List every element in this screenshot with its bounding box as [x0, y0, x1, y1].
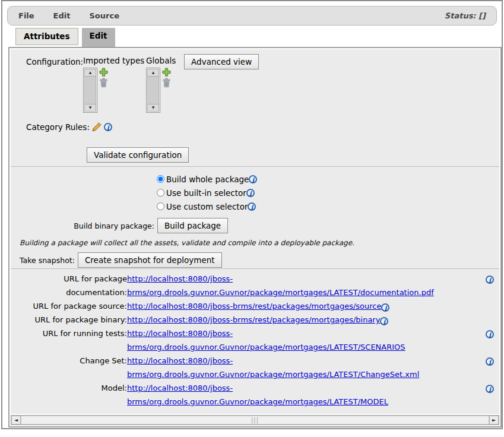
change-set-link[interactable]: http://localhost:8080/jboss- [127, 356, 233, 365]
build-binary-label: Build binary package: [11, 221, 154, 230]
build-binary-row: Build binary package: Build package [11, 218, 499, 233]
change-set-link[interactable]: brms/org.drools.guvnor.Guvnor/package/mo… [127, 370, 419, 379]
create-snapshot-button[interactable]: Create snapshot for deployment [78, 252, 222, 268]
imported-types-label: Imported types [83, 56, 146, 65]
build-note: Building a package will collect all the … [20, 239, 499, 247]
imported-types-listbox[interactable]: ▲ ▼ [83, 68, 97, 113]
edit-category-rules-button[interactable] [91, 122, 102, 132]
package-documentation-link[interactable]: http://localhost:8080/jboss- [127, 274, 233, 283]
url-row-source: URL for package source: http://localhost… [11, 299, 499, 313]
radio-row-build-whole-package: Build whole package i [157, 172, 499, 186]
package-binary-link[interactable]: http://localhost:8080/jboss-brms/rest/pa… [127, 315, 380, 324]
plus-icon [99, 69, 108, 78]
globals-listbox[interactable]: ▲ ▼ [146, 68, 160, 113]
scroll-left-icon[interactable]: ◄ [11, 416, 21, 425]
menu-bar: File Edit Source Status: [] [7, 6, 497, 26]
radio-label: Use built-in selector [166, 188, 246, 198]
url-label: URL for running tests: [11, 327, 127, 340]
configuration-row: Configuration: Imported types ▲ ▼ [11, 49, 499, 113]
trash-icon [99, 81, 108, 90]
app-window: File Edit Source Status: [] Attributes E… [1, 0, 503, 429]
add-global-button[interactable] [162, 68, 171, 77]
build-whole-package-radio[interactable] [157, 175, 164, 183]
radio-row-custom-selector: Use custom selector i [157, 200, 499, 213]
package-documentation-link[interactable]: brms/org.drools.guvnor.Guvnor/package/mo… [127, 288, 434, 297]
url-row-documentation: URL for packagedocumentation: http://loc… [11, 272, 499, 299]
url-label: URL for package binary: [11, 313, 127, 327]
tab-edit[interactable]: Edit [82, 28, 115, 48]
url-label: URL for package source: [11, 299, 127, 313]
model-link[interactable]: brms/org.drools.guvnor.Guvnor/package/mo… [127, 397, 388, 406]
model-link[interactable]: http://localhost:8080/jboss- [127, 384, 233, 392]
info-icon[interactable]: i [249, 175, 257, 183]
status-value: [] [478, 11, 486, 20]
radio-label: Build whole package [166, 175, 249, 184]
scroll-right-icon[interactable]: ► [489, 416, 499, 425]
radio-label: Use custom selector [166, 202, 248, 211]
running-tests-link[interactable]: brms/org.drools.guvnor.Guvnor/package/mo… [127, 343, 405, 352]
scroll-up-icon[interactable]: ▲ [147, 69, 159, 77]
scrollbar-thumb[interactable] [84, 77, 96, 104]
scroll-up-icon[interactable]: ▲ [84, 69, 96, 77]
tab-attributes[interactable]: Attributes [15, 28, 78, 45]
info-icon[interactable]: i [246, 189, 255, 197]
trash-icon [162, 81, 171, 90]
scrollbar-thumb[interactable]: ||| [21, 416, 489, 425]
globals-group: Globals ▲ ▼ [146, 56, 179, 113]
tab-bar: Attributes Edit [15, 28, 115, 48]
url-label: Model: [11, 381, 127, 395]
scrollbar-thumb[interactable] [147, 77, 159, 104]
url-row-binary: URL for package binary: http://localhost… [11, 313, 499, 327]
build-section: Build whole package i Use built-in selec… [11, 166, 499, 268]
menu-file[interactable]: File [18, 11, 34, 20]
info-icon[interactable]: i [380, 317, 388, 325]
imported-types-group: Imported types ▲ ▼ [83, 56, 146, 113]
package-source-link[interactable]: http://localhost:8080/jboss-brms/rest/pa… [127, 302, 381, 311]
advanced-view-button[interactable]: Advanced view [184, 54, 259, 69]
scrollbar-grip-icon: ||| [251, 417, 259, 423]
info-icon[interactable]: i [486, 330, 494, 338]
remove-global-button[interactable] [162, 78, 171, 88]
take-snapshot-row: Take snapshot: Create snapshot for deplo… [20, 252, 499, 268]
category-rules-label: Category Rules: [26, 122, 90, 132]
url-label: URL for packagedocumentation: [11, 272, 127, 299]
take-snapshot-label: Take snapshot: [20, 256, 75, 265]
validate-configuration-button[interactable]: Validate configuration [87, 147, 189, 163]
status-indicator: Status: [] [445, 11, 486, 20]
url-label: Change Set: [11, 354, 127, 368]
radio-row-built-in-selector: Use built-in selector i [157, 186, 499, 200]
info-icon[interactable]: i [248, 202, 256, 211]
edit-tab-panel: Configuration: Imported types ▲ ▼ [8, 47, 502, 428]
info-icon[interactable]: i [486, 276, 494, 284]
scroll-down-icon[interactable]: ▼ [84, 104, 96, 112]
use-custom-selector-radio[interactable] [157, 202, 164, 210]
urls-section: URL for packagedocumentation: http://loc… [11, 268, 499, 414]
scroll-down-icon[interactable]: ▼ [147, 104, 159, 112]
info-icon[interactable]: i [104, 123, 112, 131]
menu-source[interactable]: Source [89, 11, 119, 20]
configuration-label: Configuration: [26, 57, 83, 66]
plus-icon [162, 69, 171, 78]
build-package-button[interactable]: Build package [157, 218, 228, 233]
url-row-running-tests: URL for running tests: http://localhost:… [11, 327, 499, 354]
use-built-in-selector-radio[interactable] [157, 189, 164, 197]
pencil-icon [91, 124, 102, 134]
info-icon[interactable]: i [486, 385, 494, 393]
running-tests-link[interactable]: http://localhost:8080/jboss- [127, 329, 233, 338]
horizontal-scrollbar[interactable]: ◄ ||| ► [11, 415, 499, 425]
category-rules-row: Category Rules: i [26, 122, 499, 132]
globals-label: Globals [146, 56, 179, 65]
build-options: Build whole package i Use built-in selec… [157, 172, 499, 213]
add-imported-type-button[interactable] [99, 68, 108, 77]
info-icon[interactable]: i [381, 303, 389, 312]
status-label: Status: [445, 11, 476, 20]
remove-imported-type-button[interactable] [99, 78, 108, 88]
url-row-model: Model: http://localhost:8080/jboss- brms… [11, 381, 499, 408]
menu-edit[interactable]: Edit [53, 11, 71, 20]
url-row-change-set: Change Set: http://localhost:8080/jboss-… [11, 354, 499, 381]
configuration-section: Configuration: Imported types ▲ ▼ [11, 49, 499, 166]
info-icon[interactable]: i [486, 357, 494, 366]
